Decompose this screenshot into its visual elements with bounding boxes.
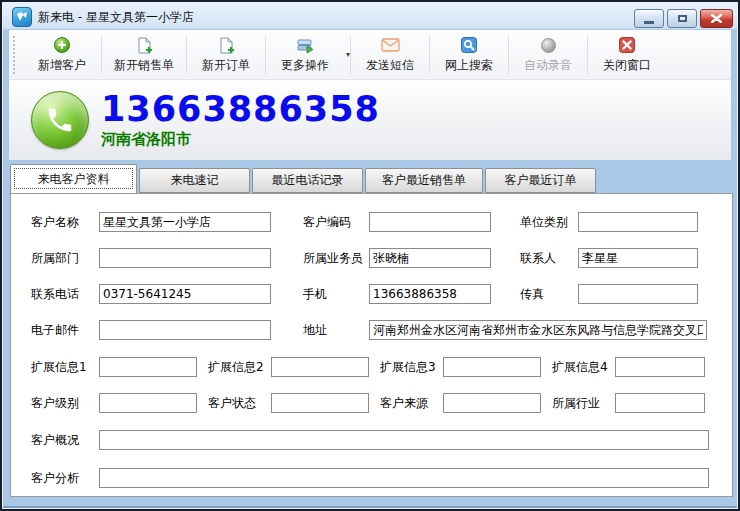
minimize-button[interactable] xyxy=(634,9,664,28)
button-label: 自动录音 xyxy=(524,57,572,74)
toolbar-grip xyxy=(13,36,18,74)
field-label: 传真 xyxy=(520,286,578,303)
maximize-button[interactable] xyxy=(667,9,697,28)
phone-icon xyxy=(31,91,89,149)
caller-location: 河南省洛阳市 xyxy=(101,130,380,149)
email-input[interactable] xyxy=(99,320,271,340)
tab-label: 客户最近订单 xyxy=(505,172,577,189)
window-title: 新来电 - 星星文具第一小学店 xyxy=(38,9,194,26)
customer-code-input[interactable] xyxy=(369,212,491,232)
field-label: 所属业务员 xyxy=(303,250,369,267)
field-extended-info-2: 扩展信息2 xyxy=(208,357,369,377)
extended-info-1-input[interactable] xyxy=(99,357,197,377)
field-label: 扩展信息1 xyxy=(31,359,99,376)
tab-label: 客户最近销售单 xyxy=(382,172,466,189)
app-logo-icon xyxy=(12,7,32,27)
caller-info: 13663886358 河南省洛阳市 xyxy=(101,91,380,149)
field-customer-status: 客户状态 xyxy=(208,393,369,413)
field-fax: 传真 xyxy=(520,284,698,304)
field-label: 手机 xyxy=(303,286,369,303)
caller-phone-number: 13663886358 xyxy=(101,91,380,127)
web-search-button[interactable]: 网上搜索 xyxy=(430,33,508,77)
customer-overview-input[interactable] xyxy=(99,430,709,450)
tab-recent-sales-orders[interactable]: 客户最近销售单 xyxy=(365,168,483,193)
contact-phone-input[interactable] xyxy=(99,284,271,304)
toolbar: 新增客户 新开销售单 新开订单 xyxy=(9,30,731,80)
field-label: 所属部门 xyxy=(31,250,99,267)
button-label: 新开订单 xyxy=(202,57,250,74)
field-label: 客户级别 xyxy=(31,395,99,412)
extended-info-2-input[interactable] xyxy=(271,357,369,377)
tab-caller-customer-info[interactable]: 来电客户资料 xyxy=(10,164,137,193)
industry-input[interactable] xyxy=(615,393,705,413)
new-sales-order-button[interactable]: 新开销售单 xyxy=(102,33,186,77)
tab-call-notes[interactable]: 来电速记 xyxy=(139,168,250,193)
department-input[interactable] xyxy=(99,248,271,268)
field-label: 客户概况 xyxy=(31,432,99,449)
button-label: 发送短信 xyxy=(366,57,414,74)
field-extended-info-4: 扩展信息4 xyxy=(552,357,705,377)
new-order-icon xyxy=(218,37,235,54)
field-extended-info-1: 扩展信息1 xyxy=(31,357,197,377)
send-sms-icon xyxy=(381,37,400,54)
customer-info-panel: 客户名称 客户编码 单位类别 所属部门 所属业务员 联系人 联系电话 xyxy=(10,193,733,497)
maximize-icon xyxy=(678,15,687,22)
field-contact-phone: 联系电话 xyxy=(31,284,271,304)
new-order-button[interactable]: 新开订单 xyxy=(187,33,265,77)
tab-recent-orders[interactable]: 客户最近订单 xyxy=(485,168,596,193)
add-customer-button[interactable]: 新增客户 xyxy=(23,33,101,77)
salesperson-input[interactable] xyxy=(369,248,491,268)
customer-status-input[interactable] xyxy=(271,393,369,413)
tab-label: 来电客户资料 xyxy=(38,171,110,188)
more-actions-button[interactable]: 更多操作 ▾ xyxy=(266,33,350,77)
auto-record-button[interactable]: 自动录音 xyxy=(509,33,587,77)
extended-info-4-input[interactable] xyxy=(615,357,705,377)
tab-label: 来电速记 xyxy=(171,172,219,189)
send-sms-button[interactable]: 发送短信 xyxy=(351,33,429,77)
unit-category-input[interactable] xyxy=(578,212,698,232)
field-salesperson: 所属业务员 xyxy=(303,248,491,268)
customer-analysis-input[interactable] xyxy=(99,468,709,488)
field-label: 扩展信息4 xyxy=(552,359,615,376)
mobile-input[interactable] xyxy=(369,284,491,304)
fax-input[interactable] xyxy=(578,284,698,304)
button-label: 关闭窗口 xyxy=(603,57,651,74)
window-controls xyxy=(634,9,733,28)
tab-bar: 来电客户资料 来电速记 最近电话记录 客户最近销售单 客户最近订单 xyxy=(10,165,596,193)
button-label: 网上搜索 xyxy=(445,57,493,74)
close-icon xyxy=(711,14,722,23)
field-address: 地址 xyxy=(303,320,707,340)
chevron-down-icon[interactable]: ▾ xyxy=(346,50,350,59)
field-department: 所属部门 xyxy=(31,248,271,268)
more-actions-icon xyxy=(296,37,315,54)
auto-record-icon xyxy=(541,37,556,54)
add-customer-icon xyxy=(54,37,70,54)
tab-recent-call-records[interactable]: 最近电话记录 xyxy=(252,168,363,193)
field-label: 客户分析 xyxy=(31,470,99,487)
customer-level-input[interactable] xyxy=(99,393,197,413)
button-label: 新增客户 xyxy=(38,57,86,74)
web-search-icon xyxy=(461,37,477,54)
address-input[interactable] xyxy=(369,320,707,340)
field-label: 联系人 xyxy=(520,250,578,267)
close-window-button[interactable]: 关闭窗口 xyxy=(588,33,666,77)
close-button[interactable] xyxy=(700,9,733,28)
title-bar: 新来电 - 星星文具第一小学店 xyxy=(4,4,736,30)
field-customer-overview: 客户概况 xyxy=(31,430,709,450)
customer-name-input[interactable] xyxy=(99,212,271,232)
field-label: 联系电话 xyxy=(31,286,99,303)
contact-person-input[interactable] xyxy=(578,248,698,268)
field-customer-analysis: 客户分析 xyxy=(31,468,709,488)
app-window: 新来电 - 星星文具第一小学店 新增客户 xyxy=(0,0,740,511)
tab-label: 最近电话记录 xyxy=(272,172,344,189)
field-customer-name: 客户名称 xyxy=(31,212,271,232)
field-label: 地址 xyxy=(303,322,369,339)
new-sales-order-icon xyxy=(136,37,153,54)
field-customer-level: 客户级别 xyxy=(31,393,197,413)
field-label: 客户状态 xyxy=(208,395,271,412)
extended-info-3-input[interactable] xyxy=(443,357,541,377)
field-label: 客户来源 xyxy=(380,395,443,412)
customer-source-input[interactable] xyxy=(443,393,541,413)
field-unit-category: 单位类别 xyxy=(520,212,698,232)
field-contact-person: 联系人 xyxy=(520,248,698,268)
